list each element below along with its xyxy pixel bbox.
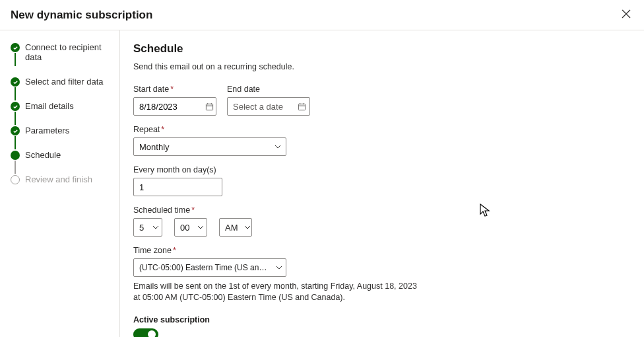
timezone-select[interactable]: (UTC-05:00) Eastern Time (US and Canada) [133,258,286,277]
step-label: Review and finish [25,174,92,184]
calendar-icon[interactable] [294,102,309,111]
step-completed-icon [11,77,20,87]
every-month-day-label: Every month on day(s) [133,165,628,174]
repeat-value: Monthly [134,142,175,152]
schedule-panel: Schedule Send this email out on a recurr… [120,30,644,337]
hour-select[interactable]: 5 [133,218,162,237]
start-date-label: Start date* [133,85,216,94]
step-select-filter-data[interactable]: Select and filter data [11,77,114,101]
scheduled-time-label: Scheduled time* [133,206,628,215]
section-title: Schedule [133,42,628,56]
chevron-down-icon [195,224,207,231]
wizard-steps-sidebar: Connect to recipient data Select and fil… [0,30,120,337]
step-label: Schedule [25,150,61,160]
end-date-placeholder: Select a date [228,102,294,112]
step-review-finish[interactable]: Review and finish [11,174,114,199]
step-completed-icon [11,126,20,135]
dialog-title: New dynamic subscription [11,9,152,22]
timezone-value: (UTC-05:00) Eastern Time (US and Canada) [134,263,273,272]
minute-value: 00 [175,223,195,233]
dialog-header: New dynamic subscription [0,0,644,30]
step-label: Parameters [25,126,69,135]
every-month-day-field[interactable] [134,182,222,192]
ampm-select[interactable]: AM [219,218,252,237]
ampm-value: AM [220,223,243,233]
start-date-input[interactable] [133,97,216,116]
calendar-icon[interactable] [203,102,216,111]
step-email-details[interactable]: Email details [11,101,114,126]
end-date-label: End date [227,85,310,94]
step-list: Connect to recipient data Select and fil… [11,42,114,199]
step-completed-icon [11,43,20,52]
step-upcoming-icon [11,175,20,184]
svg-rect-2 [206,104,212,110]
svg-rect-6 [298,104,305,110]
step-label: Connect to recipient data [25,42,114,62]
close-button[interactable] [619,7,633,23]
chevron-down-icon [243,224,252,231]
step-label: Select and filter data [25,77,104,87]
repeat-select[interactable]: Monthly [133,137,286,156]
section-description: Send this email out on a recurring sched… [133,62,628,71]
step-label: Email details [25,101,74,111]
repeat-label: Repeat* [133,125,628,134]
step-current-icon [11,151,20,160]
toggle-knob [148,330,156,337]
start-date-field[interactable] [134,102,203,112]
chevron-down-icon [270,143,286,150]
step-schedule[interactable]: Schedule [11,150,114,174]
timezone-label: Time zone* [133,246,628,255]
chevron-down-icon [273,264,286,271]
step-connect-recipient-data[interactable]: Connect to recipient data [11,42,114,77]
step-parameters[interactable]: Parameters [11,126,114,150]
every-month-day-input[interactable] [133,178,222,196]
active-subscription-label: Active subscription [133,315,628,324]
schedule-summary-text: Emails will be sent on the 1st of every … [133,281,424,303]
chevron-down-icon [149,224,162,231]
minute-select[interactable]: 00 [174,218,207,237]
step-completed-icon [11,102,20,111]
active-subscription-toggle[interactable] [133,328,158,337]
end-date-input[interactable]: Select a date [227,97,310,116]
hour-value: 5 [134,223,149,233]
close-icon [622,11,631,20]
